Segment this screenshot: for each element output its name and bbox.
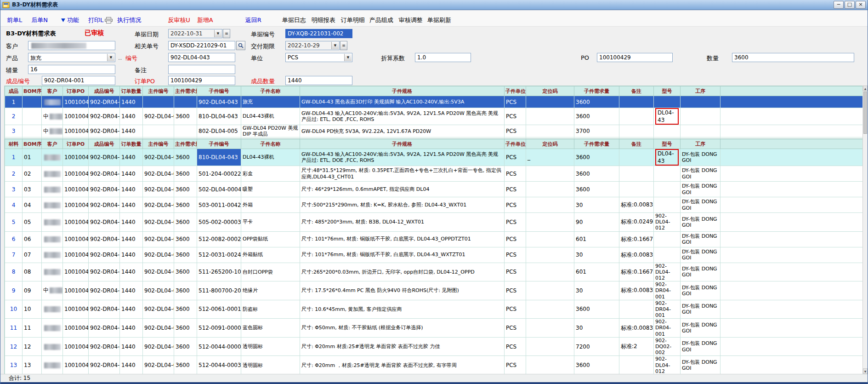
cell-main[interactable]: 902-DL04-043 [143, 300, 174, 319]
date-picker-button[interactable]: ≡ [340, 41, 347, 50]
cell-spec[interactable]: 尺寸: 10.6*45mm, 黄加黑, 客户指定供应商 [300, 300, 505, 319]
chevron-down-icon[interactable]: ▼ [214, 30, 221, 37]
cell-child[interactable]: 512-0031-00245 [197, 247, 241, 263]
cell-main[interactable] [143, 96, 174, 108]
column-header-child_name[interactable]: 子件名称 [241, 86, 300, 96]
cell-proc[interactable]: DY-包装 DONG GOI [681, 231, 720, 247]
cell-req[interactable]: 601 [574, 263, 619, 281]
cell-fg[interactable]: 902-DR04-001 [89, 149, 120, 166]
cell-fg[interactable]: 902-DR04-001 [89, 213, 120, 232]
cell-customer[interactable] [42, 319, 63, 338]
cell-main_qty[interactable]: 3600 [174, 231, 197, 247]
cell-main_qty[interactable]: 3600 [174, 166, 197, 182]
cell-child_name[interactable]: 自封口OPP袋 [241, 263, 300, 281]
cell-unit[interactable]: PCS [505, 356, 526, 374]
cell-fg[interactable]: 902-DR04-001 [89, 247, 120, 263]
cell-bom[interactable]: 01 [23, 149, 42, 166]
cell-po[interactable]: 100100429 [63, 319, 89, 338]
cell-loc[interactable] [526, 108, 574, 125]
cell-order_qty[interactable]: 1440 [120, 337, 143, 356]
cell-note[interactable] [619, 96, 654, 108]
cell-main_qty[interactable] [174, 96, 197, 108]
cell-unit[interactable]: PCS [505, 213, 526, 232]
column-header-unit[interactable]: 子件单位 [505, 139, 526, 149]
product-select[interactable]: 旅充 ▼ [28, 53, 115, 62]
column-header-spec[interactable]: 子件规格 [300, 139, 505, 149]
cell-child[interactable]: 512-0091-00003 [197, 319, 241, 338]
cell-child[interactable]: 512-0061-00018 [197, 300, 241, 319]
cell-main[interactable]: 902-DL04-043 [143, 263, 174, 281]
chevron-down-icon[interactable]: ▼ [107, 54, 114, 61]
cell-main[interactable]: 902-DL04-043 [143, 149, 174, 166]
fg-qty-field[interactable]: 1440 [285, 76, 352, 85]
table-row[interactable]: 1313100100429902-DR04-0011440902-DL04-04… [5, 356, 864, 374]
table-row[interactable]: 505100100429902-DR04-0011440902-DL04-043… [5, 213, 864, 232]
cell-spec[interactable]: 尺寸:500*215*290mm, 材质: K=K, 胶水粘合, 参照: DL0… [300, 197, 505, 213]
cell-loc[interactable] [526, 247, 574, 263]
cell-po[interactable]: 100100429 [63, 108, 89, 125]
column-header-child[interactable]: 子件编号 [197, 86, 241, 96]
table-row[interactable]: 303100100429902-DR04-0011440902-DL04-043… [5, 182, 864, 197]
cell-spec[interactable]: 尺寸: Φ20mm ，材质:25#透明龙 单面背胶 表面不过光胶, 有字带周 [300, 356, 505, 374]
cell-main[interactable]: 902-DL04-043 [143, 281, 174, 300]
cell-child_name[interactable]: 蓝色圆标 [241, 319, 300, 338]
cell-model[interactable]: 902-DR04-001 [654, 319, 681, 338]
cell-note[interactable]: 标准:0.0083 [619, 197, 654, 213]
print-button[interactable]: 打印L [88, 16, 113, 24]
cell-order_qty[interactable]: 1440 [120, 166, 143, 182]
cell-unit[interactable]: PCS [505, 337, 526, 356]
cell-child_name[interactable]: 防盗标 [241, 300, 300, 319]
column-header-order_qty[interactable]: 订单数量 [120, 139, 143, 149]
cell-child_name[interactable]: 透明圆标 [241, 356, 300, 374]
column-header-customer[interactable]: 客户 [42, 139, 63, 149]
column-header-spec[interactable]: 子件规格 [300, 86, 505, 96]
cell-loc[interactable] [526, 231, 574, 247]
cell-customer[interactable] [42, 263, 63, 281]
cell-main_qty[interactable]: 3600 [174, 213, 197, 232]
cell-main[interactable]: 902-DL04-043 [143, 182, 174, 197]
order-detail-button[interactable]: 订单明细 [341, 16, 365, 24]
column-header-main_qty[interactable]: 主件需求量 [174, 86, 197, 96]
cell-main[interactable]: 902-DL04-043 [143, 337, 174, 356]
aux-qty-field[interactable]: 16 [28, 65, 115, 74]
cell-proc[interactable]: DY-包装 DONG GOI [681, 281, 720, 300]
table-row[interactable]: 909中100100429902-DR04-0011440902-DL04-04… [5, 281, 864, 300]
cell-spec[interactable]: GW-DL04-43 黑色表面3D打印 美规插脚 输入AC100-240V,输出… [300, 96, 505, 108]
cell-loc[interactable] [526, 182, 574, 197]
cell-note[interactable] [619, 182, 654, 197]
cell-loc[interactable] [526, 300, 574, 319]
cell-model[interactable]: 902-DL04-012 [654, 263, 681, 281]
cell-spec[interactable]: GW-DL04 PD快充 5V3A, 9V2.22A, 12V1.67A PD2… [300, 125, 505, 138]
po-field[interactable]: 100100429 [597, 53, 673, 62]
detail-report-button[interactable]: 明细报表 [312, 16, 335, 24]
column-header-child[interactable]: 子件编号 [197, 139, 241, 149]
product-composition-button[interactable]: 产品组成 [369, 16, 393, 24]
cell-bom[interactable]: 02 [23, 166, 42, 182]
cell-fg[interactable]: 902-DR04-001 [89, 263, 120, 281]
cell-child[interactable]: 511-800700-201 [197, 281, 241, 300]
cell-model[interactable] [654, 247, 681, 263]
cell-spec[interactable]: 尺寸: 46*29*126mm, 0.6mmAPET, 指定供应商 DL04 [300, 182, 505, 197]
cell-unit[interactable]: PCS [505, 281, 526, 300]
cell-note[interactable] [619, 166, 654, 182]
cell-customer[interactable] [42, 337, 63, 356]
cell-main_qty[interactable]: 3600 [174, 300, 197, 319]
cell-model[interactable]: 902-DR04-001 [654, 300, 681, 319]
cell-child_name[interactable]: GW-DL04 PD20W 美规 DIP 半成品 [241, 125, 300, 138]
cell-order_qty[interactable]: 1440 [120, 281, 143, 300]
maximize-button[interactable]: □ [845, 1, 855, 9]
cell-bom[interactable]: 13 [23, 356, 42, 374]
cell-req[interactable]: 3700 [574, 125, 619, 138]
cell-num[interactable]: 8 [5, 263, 23, 281]
cell-spec[interactable]: GW-DL04-43 输入AC100-240V;输出:5V3A, 9V2A, 1… [300, 108, 505, 125]
cell-po[interactable]: 100100429 [63, 96, 89, 108]
cell-main_qty[interactable] [174, 125, 197, 138]
cell-child_name[interactable]: OPP袋贴纸 [241, 231, 300, 247]
column-header-num[interactable]: 材料 [5, 139, 23, 149]
date-picker-button[interactable]: ≡ [223, 29, 230, 38]
customer-field[interactable] [28, 41, 115, 50]
cell-model[interactable]: 902-DR04-001 [654, 281, 681, 300]
cell-main[interactable]: 902-DL04-043 [143, 319, 174, 338]
cell-customer[interactable] [42, 182, 63, 197]
cell-child_name[interactable]: 透明圆标 [241, 337, 300, 356]
